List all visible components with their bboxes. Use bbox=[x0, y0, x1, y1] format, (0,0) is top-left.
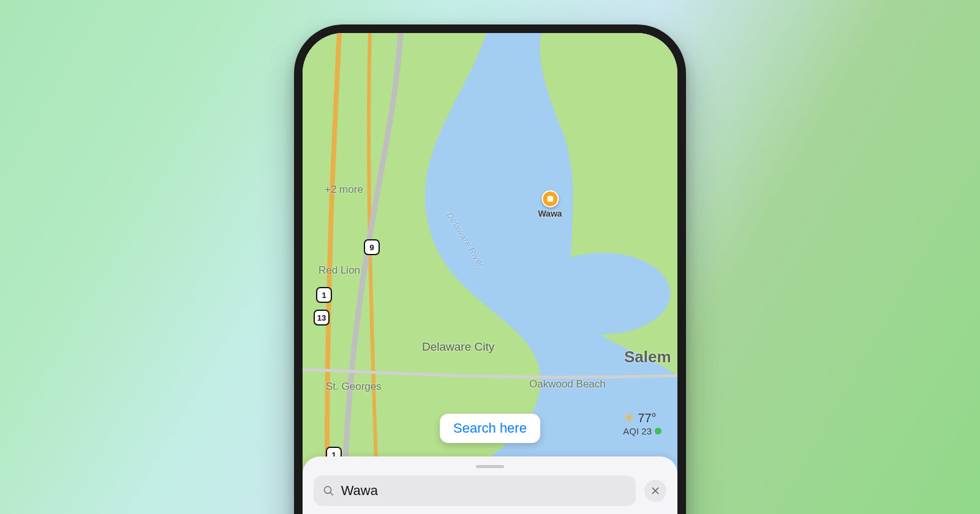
aqi-dot-icon bbox=[655, 428, 662, 434]
search-bar[interactable] bbox=[314, 475, 636, 506]
bottom-sheet[interactable]: Wawa 64 mi · 418 N Broadway, Pennsville … bbox=[303, 456, 677, 514]
pin-label: Wawa bbox=[538, 209, 562, 218]
phone-frame: 9 1 13 1 +2 more Red Lion St. Georges De… bbox=[294, 24, 686, 514]
search-input[interactable] bbox=[341, 483, 627, 499]
search-icon bbox=[322, 484, 335, 497]
weather-widget[interactable]: ☀︎ 77° AQI 23 bbox=[623, 410, 662, 436]
label-red-lion: Red Lion bbox=[318, 264, 360, 277]
close-button[interactable] bbox=[644, 480, 666, 502]
temperature: 77° bbox=[638, 411, 656, 425]
label-plus2more: +2 more bbox=[325, 184, 363, 196]
label-oakwood-beach: Oakwood Beach bbox=[529, 378, 606, 390]
svg-line-2 bbox=[330, 493, 333, 495]
route-shield-13: 13 bbox=[314, 310, 330, 326]
svg-rect-0 bbox=[547, 198, 552, 202]
label-salem: Salem bbox=[624, 348, 671, 367]
search-here-button[interactable]: Search here bbox=[440, 414, 540, 443]
label-delaware-city: Delaware City bbox=[422, 340, 494, 354]
aqi-value: AQI 23 bbox=[623, 426, 652, 436]
route-shield-9: 9 bbox=[364, 239, 380, 255]
sheet-grabber[interactable] bbox=[476, 465, 504, 468]
route-shield-1-a: 1 bbox=[316, 287, 332, 303]
sun-icon: ☀︎ bbox=[623, 410, 635, 426]
label-st-georges: St. Georges bbox=[326, 381, 382, 393]
map-pin-wawa[interactable]: Wawa bbox=[538, 190, 562, 218]
store-icon bbox=[541, 190, 559, 207]
map-canvas[interactable]: 9 1 13 1 +2 more Red Lion St. Georges De… bbox=[303, 33, 677, 514]
phone-screen: 9 1 13 1 +2 more Red Lion St. Georges De… bbox=[303, 33, 677, 514]
close-icon bbox=[650, 486, 660, 496]
